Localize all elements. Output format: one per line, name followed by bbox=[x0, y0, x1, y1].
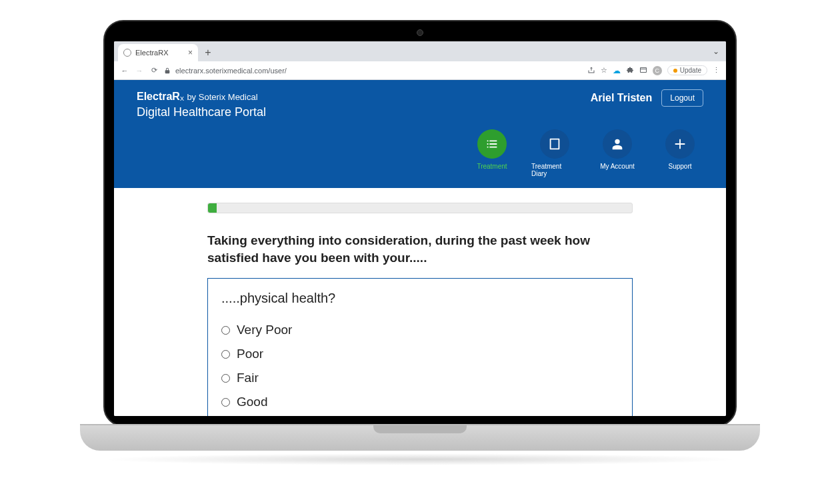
option-label: Good bbox=[237, 395, 267, 409]
nav-label: Treatment bbox=[477, 163, 507, 170]
plus-icon bbox=[665, 129, 695, 159]
user-block: Ariel Tristen Logout bbox=[591, 89, 703, 107]
option-good[interactable]: Good bbox=[221, 390, 619, 414]
laptop-shadow bbox=[100, 453, 740, 465]
browser-tab-strip: ElectraRX × + ⌄ bbox=[114, 41, 726, 61]
share-icon[interactable] bbox=[587, 66, 595, 75]
new-tab-button[interactable]: + bbox=[201, 45, 215, 60]
option-label: Poor bbox=[237, 347, 263, 361]
book-icon bbox=[540, 129, 569, 159]
laptop-base bbox=[80, 424, 760, 451]
app-header: ElectraRX by Soterix Medical Digital Hea… bbox=[114, 80, 726, 123]
brand-block: ElectraRX by Soterix Medical Digital Hea… bbox=[137, 89, 266, 120]
nav-label: My Account bbox=[600, 163, 635, 170]
option-very-good[interactable]: Very Good bbox=[221, 414, 619, 416]
logout-button[interactable]: Logout bbox=[661, 89, 703, 107]
nav-treatment-diary[interactable]: Treatment Diary bbox=[531, 129, 578, 177]
forward-icon[interactable]: → bbox=[134, 67, 145, 75]
progress-bar bbox=[207, 203, 633, 213]
update-label: Update bbox=[680, 67, 701, 74]
screen: ElectraRX × + ⌄ ← → ⟳ electrarx.soterixm… bbox=[114, 41, 726, 416]
tab-title: ElectraRX bbox=[135, 49, 169, 57]
window-icon[interactable] bbox=[639, 66, 647, 75]
profile-avatar[interactable]: C bbox=[653, 66, 662, 75]
url-text[interactable]: electrarx.soterixmedical.com/user/ bbox=[175, 67, 583, 75]
question-card: .....physical health? Very Poor Poor Fai… bbox=[207, 278, 633, 416]
laptop-mockup: ElectraRX × + ⌄ ← → ⟳ electrarx.soterixm… bbox=[0, 0, 840, 504]
list-icon bbox=[477, 129, 507, 159]
brand-line: ElectraRX by Soterix Medical bbox=[137, 89, 266, 104]
close-tab-icon[interactable]: × bbox=[188, 48, 193, 57]
nav-label: Support bbox=[668, 163, 691, 170]
option-fair[interactable]: Fair bbox=[221, 366, 619, 390]
nav-support[interactable]: Support bbox=[657, 129, 703, 177]
radio-icon bbox=[221, 374, 230, 383]
progress-fill bbox=[208, 203, 217, 213]
laptop-notch bbox=[373, 425, 467, 433]
brand-sub-x: X bbox=[180, 95, 184, 102]
radio-icon bbox=[221, 398, 230, 407]
tab-overflow-icon[interactable]: ⌄ bbox=[713, 47, 719, 56]
radio-icon bbox=[221, 326, 230, 335]
salesforce-icon[interactable]: ☁ bbox=[613, 66, 621, 75]
radio-icon bbox=[221, 350, 230, 359]
browser-tab-active[interactable]: ElectraRX × bbox=[118, 44, 198, 61]
brand-subtitle: Digital Healthcare Portal bbox=[137, 104, 266, 120]
update-dot-icon bbox=[673, 69, 677, 73]
content-area: Taking everything into consideration, du… bbox=[114, 188, 726, 416]
back-icon[interactable]: ← bbox=[119, 67, 130, 75]
favicon-icon bbox=[123, 49, 131, 57]
nav-my-account[interactable]: My Account bbox=[594, 129, 641, 177]
extensions-icon[interactable] bbox=[626, 66, 634, 75]
primary-nav: Treatment Treatment Diary My Account bbox=[114, 123, 726, 188]
brand-name: ElectraR bbox=[137, 91, 180, 102]
app-viewport: ElectraRX by Soterix Medical Digital Hea… bbox=[114, 80, 726, 416]
survey-prompt: Taking everything into consideration, du… bbox=[207, 232, 633, 266]
option-poor[interactable]: Poor bbox=[221, 342, 619, 366]
brand-by: by Soterix Medical bbox=[187, 92, 257, 102]
question-text: .....physical health? bbox=[221, 291, 619, 306]
laptop-bezel: ElectraRX × + ⌄ ← → ⟳ electrarx.soterixm… bbox=[103, 20, 737, 427]
browser-address-bar: ← → ⟳ electrarx.soterixmedical.com/user/… bbox=[114, 61, 726, 80]
address-bar-actions: ☆ ☁ C Update ⋮ bbox=[587, 65, 721, 75]
nav-treatment[interactable]: Treatment bbox=[469, 129, 515, 177]
star-icon[interactable]: ☆ bbox=[601, 66, 607, 75]
option-very-poor[interactable]: Very Poor bbox=[221, 318, 619, 342]
camera-icon bbox=[417, 29, 423, 36]
reload-icon[interactable]: ⟳ bbox=[149, 66, 159, 75]
lock-icon[interactable] bbox=[163, 67, 171, 74]
option-label: Fair bbox=[237, 371, 259, 385]
option-label: Very Poor bbox=[237, 323, 292, 337]
user-name: Ariel Tristen bbox=[591, 92, 652, 104]
person-icon bbox=[603, 129, 632, 159]
nav-label: Treatment Diary bbox=[531, 163, 578, 177]
browser-menu-icon[interactable]: ⋮ bbox=[713, 66, 721, 75]
update-button[interactable]: Update bbox=[667, 65, 707, 75]
